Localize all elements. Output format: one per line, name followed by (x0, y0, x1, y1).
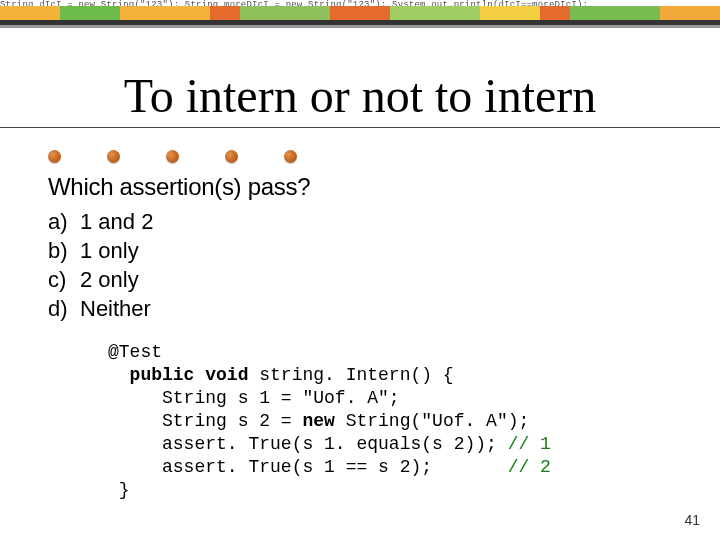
code-text: (s 1 == s 2); (292, 457, 508, 477)
option-c: c) 2 only (48, 265, 720, 294)
bullet-dot (225, 150, 238, 163)
title-rule (0, 127, 720, 128)
bullet-dot (48, 150, 61, 163)
option-label: c) (48, 265, 80, 294)
slide-title: To intern or not to intern (124, 68, 597, 123)
option-b: b) 1 only (48, 236, 720, 265)
code-text: assert. True (162, 457, 292, 477)
header-shadow (0, 25, 720, 28)
option-text: 1 and 2 (80, 207, 153, 236)
code-line-1: @Test (108, 342, 162, 362)
code-comment: // 2 (508, 457, 551, 477)
option-a: a) 1 and 2 (48, 207, 720, 236)
code-sample: @Test public void string. Intern() { Str… (108, 341, 720, 502)
decorative-header-band: String dIcI = new String("123"); String … (0, 0, 720, 30)
option-text: 1 only (80, 236, 139, 265)
code-text: (s 1. equals(s 2)); (292, 434, 508, 454)
bullet-dot (166, 150, 179, 163)
page-number: 41 (684, 512, 700, 528)
code-keyword: new (302, 411, 334, 431)
code-line-7: } (119, 480, 130, 500)
option-label: a) (48, 207, 80, 236)
option-d: d) Neither (48, 294, 720, 323)
code-line-3: String s 1 = "Uof. A"; (162, 388, 400, 408)
option-label: d) (48, 294, 80, 323)
code-text: string. Intern() { (248, 365, 453, 385)
options-list: a) 1 and 2 b) 1 only c) 2 only d) Neithe… (48, 207, 720, 323)
bullet-dot (107, 150, 120, 163)
option-label: b) (48, 236, 80, 265)
code-keyword: public void (130, 365, 249, 385)
code-text: String("Uof. A"); (335, 411, 529, 431)
content-area: Which assertion(s) pass? a) 1 and 2 b) 1… (48, 150, 720, 502)
question-text: Which assertion(s) pass? (48, 173, 720, 201)
decorative-bullets-row (48, 150, 720, 163)
color-stripe (0, 6, 720, 20)
code-text: String s 2 = (162, 411, 302, 431)
code-comment: // 1 (508, 434, 551, 454)
option-text: Neither (80, 294, 151, 323)
option-text: 2 only (80, 265, 139, 294)
bullet-dot (284, 150, 297, 163)
title-area: To intern or not to intern (0, 68, 720, 128)
code-text: assert. True (162, 434, 292, 454)
